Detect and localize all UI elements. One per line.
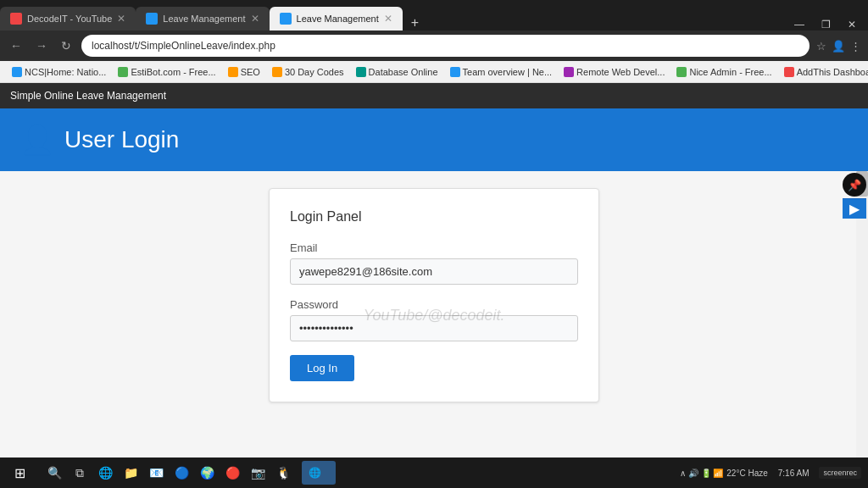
page-title: User Login bbox=[64, 126, 179, 153]
taskbar-icon-2[interactable]: 📁 bbox=[119, 461, 142, 485]
taskbar-icon-4[interactable]: 🔵 bbox=[170, 461, 193, 485]
bookmark-4[interactable]: 30 Day Codes bbox=[267, 65, 349, 79]
page-wrapper: Simple Online Leave Management 👤 User Lo… bbox=[0, 83, 868, 459]
tab-1[interactable]: DecodeIT - YouTube ✕ bbox=[0, 7, 136, 30]
taskbar-time: 7:16 AM bbox=[771, 468, 816, 479]
taskbar-tray: ∧ 🔊 🔋 📶 22°C Haze 7:16 AM screenrec bbox=[673, 467, 868, 479]
bookmark-9[interactable]: AddThis Dashboard bbox=[779, 65, 868, 79]
bookmark-6[interactable]: Team overview | Ne... bbox=[445, 65, 558, 79]
restore-button[interactable]: ❐ bbox=[816, 19, 836, 30]
login-button[interactable]: Log In bbox=[290, 355, 354, 381]
taskbar-browser-app[interactable]: 🌐 bbox=[302, 461, 336, 485]
url-input[interactable]: localhost/t/SimpleOnlineLeave/index.php bbox=[81, 35, 810, 57]
tab3-favicon bbox=[280, 13, 292, 25]
weather-text: 22°C Haze bbox=[726, 469, 767, 478]
right-toolbar: 📌 ▶ bbox=[841, 171, 868, 219]
app-header-text: Simple Online Leave Management bbox=[10, 90, 166, 102]
bookmark1-label: NCS|Home: Natio... bbox=[25, 67, 106, 77]
taskbar-icon-6[interactable]: 🔴 bbox=[220, 461, 244, 485]
taskbar-icon-7[interactable]: 📷 bbox=[246, 461, 270, 485]
bookmark1-icon bbox=[12, 67, 22, 77]
bookmark-5[interactable]: Database Online bbox=[351, 65, 443, 79]
bookmark-icon[interactable]: ☆ bbox=[816, 40, 826, 53]
taskbar-browser-icon: 🌐 bbox=[309, 467, 321, 479]
bookmark2-icon bbox=[118, 67, 128, 77]
tab3-label: Leave Management bbox=[297, 14, 379, 24]
minimize-button[interactable]: — bbox=[789, 19, 810, 30]
bookmark7-icon bbox=[564, 67, 574, 77]
tab2-label: Leave Management bbox=[163, 14, 245, 24]
address-bar-icons: ☆ 👤 ⋮ bbox=[816, 40, 861, 53]
bookmark-7[interactable]: Remote Web Devel... bbox=[559, 65, 670, 79]
bookmark-3[interactable]: SEO bbox=[223, 65, 265, 79]
taskbar-icons: 🔍 ⧉ 🌐 📁 📧 🔵 🌍 🔴 📷 🐧 bbox=[39, 461, 298, 485]
email-input[interactable] bbox=[290, 258, 578, 285]
card-title: Login Panel bbox=[290, 209, 578, 225]
user-login-icon: 👤 bbox=[20, 124, 54, 156]
taskbar: ⊞ 🔍 ⧉ 🌐 📁 📧 🔵 🌍 🔴 📷 🐧 🌐 ∧ 🔊 🔋 📶 22°C Haz… bbox=[0, 458, 868, 488]
tab-bar: DecodeIT - YouTube ✕ Leave Management ✕ … bbox=[0, 0, 868, 30]
bookmarks-bar: NCS|Home: Natio... EstiBot.com - Free...… bbox=[0, 61, 868, 83]
screenrec-badge: screenrec bbox=[819, 467, 861, 479]
tab1-label: DecodeIT - YouTube bbox=[27, 14, 112, 24]
taskbar-apps: 🌐 bbox=[298, 461, 673, 485]
password-group: Password bbox=[290, 298, 578, 341]
bookmark8-icon bbox=[676, 67, 687, 77]
back-button[interactable]: ← bbox=[7, 37, 25, 54]
password-input[interactable] bbox=[290, 315, 578, 341]
bookmark6-label: Team overview | Ne... bbox=[463, 67, 553, 77]
bookmark3-label: SEO bbox=[241, 67, 260, 77]
bookmark-8[interactable]: Nice Admin - Free... bbox=[671, 65, 776, 79]
bookmark5-icon bbox=[356, 67, 366, 77]
pin-icon[interactable]: 📌 bbox=[843, 173, 866, 197]
tab2-favicon bbox=[146, 13, 158, 25]
taskbar-icon-5[interactable]: 🌍 bbox=[195, 461, 219, 485]
toolbar-arrow-icon[interactable]: ▶ bbox=[843, 198, 866, 219]
time-value: 7:16 AM bbox=[778, 468, 810, 479]
bookmark2-label: EstiBot.com - Free... bbox=[131, 67, 215, 77]
browser-chrome: DecodeIT - YouTube ✕ Leave Management ✕ … bbox=[0, 0, 868, 83]
tab-2[interactable]: Leave Management ✕ bbox=[136, 7, 269, 30]
taskbar-icon-8[interactable]: 🐧 bbox=[271, 461, 295, 485]
bookmark-1[interactable]: NCS|Home: Natio... bbox=[7, 65, 111, 79]
app-header-bar: Simple Online Leave Management bbox=[0, 83, 868, 108]
bookmark9-icon bbox=[784, 67, 794, 77]
close-button[interactable]: ✕ bbox=[843, 19, 861, 30]
menu-icon[interactable]: ⋮ bbox=[850, 40, 861, 53]
bookmark7-label: Remote Web Devel... bbox=[576, 67, 665, 77]
bookmark9-label: AddThis Dashboard bbox=[797, 67, 868, 77]
taskbar-icon-1[interactable]: 🌐 bbox=[93, 461, 117, 485]
taskview-icon[interactable]: ⧉ bbox=[68, 461, 92, 485]
address-bar: ← → ↻ localhost/t/SimpleOnlineLeave/inde… bbox=[0, 30, 868, 61]
tab-3[interactable]: Leave Management ✕ bbox=[270, 7, 403, 30]
password-label: Password bbox=[290, 298, 578, 311]
url-text: localhost/t/SimpleOnlineLeave/index.php bbox=[92, 40, 275, 52]
main-content: YouTube/@decodeit. Login Panel Email Pas… bbox=[0, 171, 868, 459]
taskbar-icon-3[interactable]: 📧 bbox=[144, 461, 168, 485]
tab2-close[interactable]: ✕ bbox=[251, 13, 259, 25]
window-controls: — ❐ ✕ bbox=[782, 19, 868, 30]
bookmark4-label: 30 Day Codes bbox=[285, 67, 344, 77]
profile-icon[interactable]: 👤 bbox=[832, 40, 845, 53]
tab1-favicon bbox=[10, 13, 22, 25]
email-group: Email bbox=[290, 241, 578, 285]
tab1-close[interactable]: ✕ bbox=[117, 13, 125, 25]
bookmark6-icon bbox=[450, 67, 460, 77]
tray-icons: ∧ 🔊 🔋 📶 bbox=[680, 469, 723, 478]
start-button[interactable]: ⊞ bbox=[0, 458, 39, 488]
bookmark-2[interactable]: EstiBot.com - Free... bbox=[113, 65, 220, 79]
bookmark8-label: Nice Admin - Free... bbox=[689, 67, 771, 77]
forward-button[interactable]: → bbox=[32, 37, 51, 54]
login-card: Login Panel Email Password Log In bbox=[269, 188, 599, 402]
tab3-close[interactable]: ✕ bbox=[384, 13, 392, 25]
bookmark3-icon bbox=[228, 67, 238, 77]
bookmark5-label: Database Online bbox=[369, 67, 438, 77]
refresh-button[interactable]: ↻ bbox=[58, 37, 75, 54]
page-header: 👤 User Login bbox=[0, 108, 868, 171]
search-taskbar-icon[interactable]: 🔍 bbox=[42, 461, 66, 485]
bookmark4-icon bbox=[272, 67, 282, 77]
new-tab-button[interactable]: + bbox=[403, 15, 427, 30]
email-label: Email bbox=[290, 241, 578, 254]
